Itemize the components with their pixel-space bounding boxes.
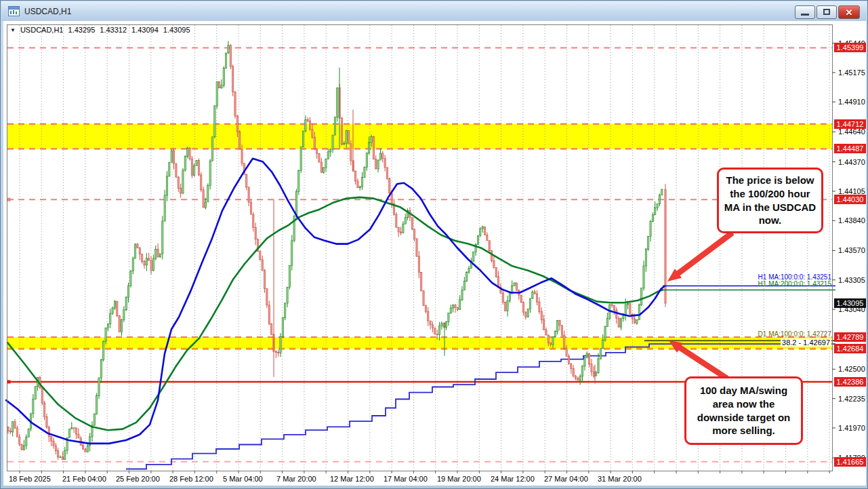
level-price-badge: 1.44712: [834, 119, 866, 129]
price-tick-label: 1.43305: [838, 276, 868, 285]
h1-ma200-line: [7, 197, 663, 430]
price-tick-label: 1.42235: [838, 395, 868, 404]
price-tick-label: 1.44640: [838, 128, 868, 136]
time-axis-label: 12 Mar 12:00: [330, 475, 374, 483]
price-tick-label: 1.43570: [838, 246, 868, 255]
time-axis-label: 28 Feb 12:00: [169, 475, 213, 483]
window-controls: ✕: [795, 5, 860, 19]
quote-open: 1.43295: [68, 26, 96, 34]
time-axis-label: 21 Feb 04:00: [62, 475, 106, 483]
minimize-button[interactable]: [795, 5, 815, 19]
time-axis-label: 18 Feb 2025: [9, 475, 51, 483]
price-tick-label: 1.42500: [838, 365, 868, 374]
time-axis-label: 19 Mar 20:00: [437, 475, 481, 483]
symbol-dropdown-icon[interactable]: ▼: [10, 27, 16, 33]
close-button[interactable]: ✕: [838, 5, 860, 19]
annotation-box-1[interactable]: The price is below the 100/200 hour MA i…: [717, 168, 823, 233]
level-price-badge: 1.42386: [834, 377, 866, 387]
time-axis-label: 25 Feb 20:00: [116, 475, 160, 483]
d1-ma100-label: D1 MA:100:0:0: 1.42727: [758, 330, 831, 338]
quote-close: 1.43095: [163, 26, 190, 34]
current-price-badge: 1.43095: [834, 298, 866, 308]
close-icon: ✕: [839, 7, 859, 18]
time-axis-label: 31 Mar 20:00: [598, 475, 642, 483]
annotation-box-2[interactable]: 100 day MA/swing area now the downside t…: [684, 376, 803, 445]
price-tick-label: 1.41970: [838, 424, 868, 433]
window-title: USDCAD,H1: [24, 7, 71, 16]
quote-bar: ▼ USDCAD,H1 1.43295 1.43312 1.43094 1.43…: [10, 26, 190, 34]
maximize-button[interactable]: [817, 5, 837, 19]
level-price-badge: 1.42684: [834, 344, 866, 353]
time-axis-label: 7 Mar 20:00: [276, 475, 316, 483]
chart-app-icon: [8, 6, 20, 16]
price-tick-label: 1.43840: [838, 216, 868, 225]
annotation-text: The price is below the 100/200 hour MA i…: [722, 174, 819, 227]
time-axis-label: 17 Mar 04:00: [384, 475, 428, 483]
support-resistance-bands: [7, 124, 832, 349]
fib-382-label: 38.2 - 1.42697: [781, 338, 831, 347]
pointer-arrows: [667, 233, 732, 378]
time-axis-label: 27 Mar 04:00: [544, 475, 588, 483]
titlebar[interactable]: USDCAD,H1 ✕: [1, 1, 867, 21]
metatrader-window: USDCAD,H1 ✕ ▼ USDCAD,H1 1.43295 1.43312 …: [0, 0, 868, 489]
price-tick-label: 1.45175: [838, 69, 868, 77]
level-price-badge: 1.44487: [834, 144, 866, 153]
chart-client-area: ▼ USDCAD,H1 1.43295 1.43312 1.43094 1.43…: [3, 21, 866, 486]
level-price-badge: 1.42789: [834, 332, 866, 342]
level-price-badge: 1.41665: [834, 457, 866, 467]
annotation-text: 100 day MA/swing area now the downside t…: [689, 384, 798, 437]
time-axis-label: 24 Mar 12:00: [491, 475, 535, 483]
quote-high: 1.43312: [100, 26, 127, 34]
quote-symbol: USDCAD,H1: [20, 26, 64, 34]
price-tick-label: 1.44910: [838, 98, 868, 106]
price-tick-label: 1.44370: [838, 158, 868, 167]
quote-low: 1.43094: [131, 26, 159, 34]
maximize-icon: [823, 9, 830, 15]
time-axis-label: 5 Mar 04:00: [223, 475, 263, 483]
candlesticks: [7, 41, 666, 460]
level-price-badge: 1.45399: [834, 43, 866, 52]
h1-ma200-label: H1 MA:200:0:0: 1.43215: [758, 280, 831, 288]
minimize-icon: [801, 14, 809, 16]
level-price-badge: 1.44030: [834, 195, 866, 204]
